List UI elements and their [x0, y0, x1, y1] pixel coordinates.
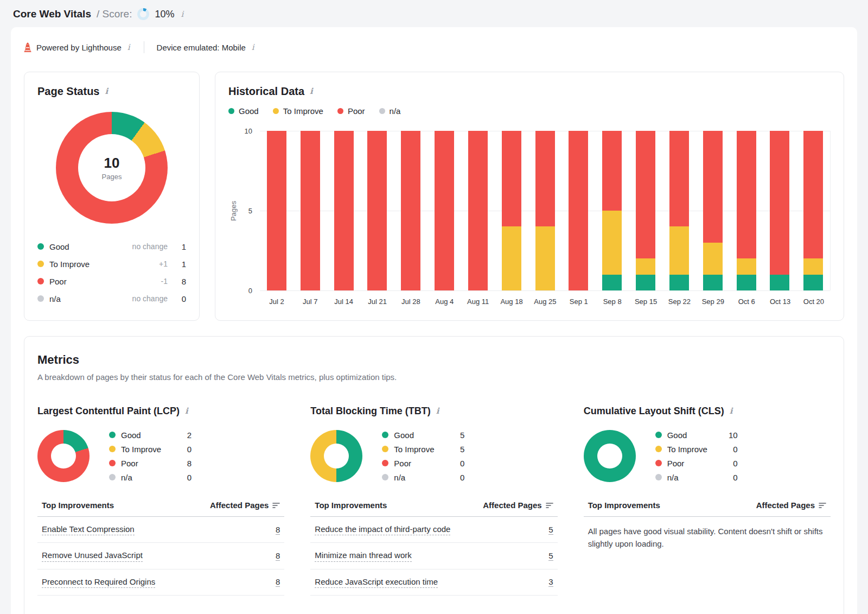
lcp-donut-chart[interactable]: [37, 430, 90, 482]
good-dot-icon: [228, 108, 234, 114]
historical-bars: [260, 131, 830, 290]
bar-segment-to-improve[interactable]: [669, 226, 689, 274]
bar-segment-poor[interactable]: [468, 131, 488, 290]
bar-segment-to-improve[interactable]: [602, 211, 622, 275]
bar-column[interactable]: [595, 131, 629, 290]
page-status-donut-chart[interactable]: 10 Pages: [56, 112, 168, 224]
info-icon[interactable]: [309, 87, 314, 96]
bar-column[interactable]: [730, 131, 763, 290]
improvement-link[interactable]: Enable Text Compression: [42, 524, 135, 535]
table-row: Preconnect to Required Origins 8: [37, 569, 284, 596]
improvement-link[interactable]: Reduce the impact of third-party code: [315, 524, 450, 535]
info-icon[interactable]: [126, 43, 131, 52]
bar-column[interactable]: [528, 131, 562, 290]
bar-column[interactable]: [394, 131, 427, 290]
bar-segment-good[interactable]: [737, 275, 756, 290]
bar-segment-good[interactable]: [703, 275, 723, 290]
x-tick-label: Sep 8: [596, 297, 629, 306]
metrics-section: Metrics A breakdown of pages by their st…: [24, 336, 844, 614]
bar-column[interactable]: [427, 131, 461, 290]
bar-segment-good[interactable]: [636, 275, 655, 290]
bar-segment-to-improve[interactable]: [737, 258, 756, 274]
info-icon[interactable]: [104, 87, 109, 96]
sort-icon[interactable]: [819, 502, 826, 509]
bar-segment-poor[interactable]: [367, 131, 387, 290]
page-status-total-label: Pages: [102, 173, 122, 181]
legend-row-na: n/a no change 0: [37, 290, 186, 307]
info-icon[interactable]: [251, 43, 256, 52]
bar-column[interactable]: [796, 131, 830, 290]
legend-row-na: n/a0: [655, 473, 738, 482]
x-tick-label: Jul 7: [293, 297, 327, 306]
bar-segment-poor[interactable]: [502, 131, 521, 226]
historical-plot: 0510: [260, 131, 831, 290]
bar-segment-poor[interactable]: [267, 131, 286, 290]
bar-segment-poor[interactable]: [803, 131, 823, 258]
bar-segment-to-improve[interactable]: [636, 258, 655, 274]
bar-segment-poor[interactable]: [569, 131, 588, 290]
bar-segment-poor[interactable]: [301, 131, 320, 290]
bar-segment-poor[interactable]: [737, 131, 756, 258]
cls-donut-chart[interactable]: [584, 430, 636, 482]
affected-pages-link[interactable]: 8: [276, 577, 280, 587]
x-tick-label: Aug 18: [495, 297, 528, 306]
na-dot-icon: [382, 474, 388, 480]
affected-pages-link[interactable]: 3: [548, 577, 553, 587]
bar-segment-poor[interactable]: [669, 131, 689, 226]
affected-pages-link[interactable]: 8: [276, 525, 280, 535]
legend-item-poor: Poor: [337, 106, 365, 116]
bar-column[interactable]: [561, 131, 595, 290]
bar-column[interactable]: [360, 131, 394, 290]
bar-column[interactable]: [495, 131, 528, 290]
x-tick-label: Jul 2: [260, 297, 293, 306]
bar-column[interactable]: [696, 131, 730, 290]
affected-pages-link[interactable]: 5: [548, 551, 553, 561]
improvement-link[interactable]: Preconnect to Required Origins: [42, 577, 155, 588]
bar-segment-poor[interactable]: [334, 131, 354, 290]
info-icon[interactable]: [180, 10, 184, 18]
bar-segment-to-improve[interactable]: [535, 226, 555, 290]
legend-row-good: Good2: [109, 431, 192, 440]
bar-segment-to-improve[interactable]: [703, 243, 723, 275]
cls-improvements-table: Top Improvements Affected Pages All page…: [584, 501, 831, 550]
change-label: -1: [161, 277, 168, 286]
bar-segment-poor[interactable]: [535, 131, 555, 226]
bar-segment-poor[interactable]: [636, 131, 655, 258]
bar-segment-good[interactable]: [803, 275, 823, 290]
bar-segment-poor[interactable]: [401, 131, 420, 290]
table-row: Reduce the impact of third-party code 5: [310, 517, 557, 543]
bar-column[interactable]: [293, 131, 327, 290]
bar-segment-good[interactable]: [770, 275, 789, 290]
improvement-link[interactable]: Reduce JavaScript execution time: [315, 577, 438, 588]
info-icon[interactable]: [435, 407, 441, 415]
legend-row-to-improve: To Improve0: [655, 445, 738, 454]
bar-segment-good[interactable]: [669, 275, 689, 290]
bar-segment-to-improve[interactable]: [502, 226, 521, 290]
bar-segment-good[interactable]: [602, 275, 622, 290]
bar-column[interactable]: [629, 131, 662, 290]
bar-segment-poor[interactable]: [602, 131, 622, 211]
legend-row-good: Good5: [382, 431, 464, 440]
bar-column[interactable]: [662, 131, 696, 290]
to-improve-dot-icon: [382, 446, 388, 452]
bar-segment-poor[interactable]: [435, 131, 454, 290]
improvement-link[interactable]: Minimize main thread work: [315, 550, 411, 561]
bar-segment-to-improve[interactable]: [803, 258, 823, 274]
tbt-donut-chart[interactable]: [310, 430, 362, 482]
info-icon[interactable]: [729, 407, 734, 415]
sort-icon[interactable]: [546, 502, 553, 509]
bar-column[interactable]: [327, 131, 361, 290]
affected-pages-link[interactable]: 8: [276, 551, 280, 561]
bar-segment-poor[interactable]: [770, 131, 789, 275]
improvement-link[interactable]: Remove Unused JavaScript: [42, 550, 143, 561]
info-icon[interactable]: [184, 407, 189, 415]
tbt-legend: Good5 To Improve5 Poor0 n/a0: [382, 431, 464, 482]
bar-column[interactable]: [763, 131, 796, 290]
sort-icon[interactable]: [272, 502, 280, 509]
legend-row-to-improve: To Improve0: [109, 445, 192, 454]
affected-pages-link[interactable]: 5: [548, 525, 553, 535]
poor-dot-icon: [655, 460, 662, 466]
bar-column[interactable]: [260, 131, 293, 290]
bar-column[interactable]: [461, 131, 495, 290]
bar-segment-poor[interactable]: [703, 131, 723, 243]
